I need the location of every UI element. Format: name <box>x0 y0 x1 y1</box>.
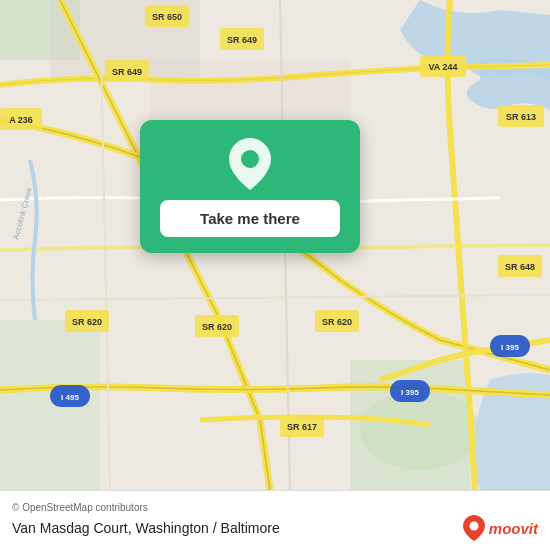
svg-text:SR 650: SR 650 <box>152 12 182 22</box>
pin-icon <box>224 138 276 190</box>
svg-point-36 <box>241 150 259 168</box>
svg-text:SR 613: SR 613 <box>506 112 536 122</box>
attribution: © OpenStreetMap contributors <box>12 502 538 513</box>
svg-text:I 495: I 495 <box>61 393 79 402</box>
moovit-brand-text: moovit <box>489 520 538 537</box>
take-me-there-button[interactable]: Take me there <box>160 200 340 237</box>
svg-point-4 <box>360 390 480 470</box>
svg-text:SR 649: SR 649 <box>227 35 257 45</box>
bottom-bar: © OpenStreetMap contributors Van Masdag … <box>0 490 550 550</box>
svg-text:I 395: I 395 <box>501 343 519 352</box>
moovit-logo: moovit <box>463 515 538 541</box>
svg-point-37 <box>469 522 478 531</box>
svg-text:SR 649: SR 649 <box>112 67 142 77</box>
svg-text:SR 617: SR 617 <box>287 422 317 432</box>
svg-text:I 395: I 395 <box>401 388 419 397</box>
map-container: SR 650 SR 649 SR 649 VA 244 A 236 SR 613… <box>0 0 550 490</box>
svg-text:SR 648: SR 648 <box>505 262 535 272</box>
svg-text:SR 620: SR 620 <box>202 322 232 332</box>
svg-text:VA 244: VA 244 <box>428 62 457 72</box>
location-card: Take me there <box>140 120 360 253</box>
location-name: Van Masdag Court, Washington / Baltimore <box>12 520 280 536</box>
location-info: Van Masdag Court, Washington / Baltimore… <box>12 515 538 541</box>
svg-text:SR 620: SR 620 <box>322 317 352 327</box>
svg-text:SR 620: SR 620 <box>72 317 102 327</box>
moovit-pin-icon <box>463 515 485 541</box>
svg-text:A 236: A 236 <box>9 115 33 125</box>
